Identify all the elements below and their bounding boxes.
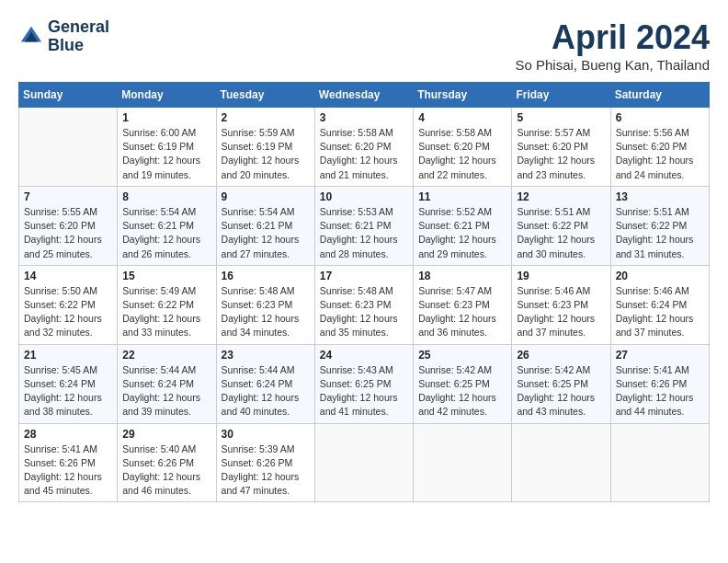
calendar-day-cell [414, 423, 512, 502]
calendar-day-cell: 16Sunrise: 5:48 AM Sunset: 6:23 PM Dayli… [216, 265, 314, 344]
day-number: 4 [418, 111, 506, 124]
day-number: 24 [320, 349, 408, 362]
day-number: 26 [517, 349, 605, 362]
weekday-header-cell: Thursday [414, 83, 512, 108]
weekday-header-cell: Monday [118, 83, 216, 108]
day-info: Sunrise: 5:56 AM Sunset: 6:20 PM Dayligh… [616, 126, 704, 182]
calendar-day-cell: 10Sunrise: 5:53 AM Sunset: 6:21 PM Dayli… [314, 186, 413, 265]
day-number: 2 [222, 111, 310, 124]
day-info: Sunrise: 5:49 AM Sunset: 6:22 PM Dayligh… [122, 284, 210, 340]
calendar-day-cell [19, 108, 118, 187]
day-number: 7 [24, 190, 112, 203]
calendar-day-cell: 24Sunrise: 5:43 AM Sunset: 6:25 PM Dayli… [314, 344, 413, 423]
calendar-day-cell: 18Sunrise: 5:47 AM Sunset: 6:23 PM Dayli… [414, 265, 512, 344]
day-number: 8 [122, 190, 210, 203]
calendar-week-row: 1Sunrise: 6:00 AM Sunset: 6:19 PM Daylig… [19, 108, 710, 187]
day-info: Sunrise: 5:48 AM Sunset: 6:23 PM Dayligh… [222, 284, 310, 340]
calendar-day-cell: 13Sunrise: 5:51 AM Sunset: 6:22 PM Dayli… [610, 186, 709, 265]
calendar-day-cell: 1Sunrise: 6:00 AM Sunset: 6:19 PM Daylig… [118, 108, 216, 187]
month-title: April 2024 [515, 18, 710, 57]
day-number: 15 [122, 270, 210, 282]
calendar-day-cell: 8Sunrise: 5:54 AM Sunset: 6:21 PM Daylig… [118, 186, 216, 265]
day-info: Sunrise: 5:40 AM Sunset: 6:26 PM Dayligh… [122, 442, 210, 499]
day-number: 1 [122, 111, 210, 124]
day-info: Sunrise: 5:42 AM Sunset: 6:25 PM Dayligh… [418, 363, 506, 419]
day-info: Sunrise: 5:57 AM Sunset: 6:20 PM Dayligh… [517, 126, 605, 182]
calendar-day-cell [610, 423, 709, 502]
day-info: Sunrise: 5:51 AM Sunset: 6:22 PM Dayligh… [616, 205, 704, 261]
day-info: Sunrise: 5:46 AM Sunset: 6:23 PM Dayligh… [517, 284, 605, 340]
calendar-body: 1Sunrise: 6:00 AM Sunset: 6:19 PM Daylig… [19, 108, 710, 502]
calendar-day-cell: 4Sunrise: 5:58 AM Sunset: 6:20 PM Daylig… [414, 108, 512, 187]
day-info: Sunrise: 5:39 AM Sunset: 6:26 PM Dayligh… [222, 442, 310, 499]
calendar-day-cell: 2Sunrise: 5:59 AM Sunset: 6:19 PM Daylig… [216, 108, 314, 187]
day-info: Sunrise: 5:45 AM Sunset: 6:24 PM Dayligh… [24, 363, 112, 419]
calendar-week-row: 21Sunrise: 5:45 AM Sunset: 6:24 PM Dayli… [19, 344, 710, 423]
day-number: 5 [517, 111, 605, 124]
day-info: Sunrise: 5:52 AM Sunset: 6:21 PM Dayligh… [418, 205, 506, 261]
calendar-day-cell: 6Sunrise: 5:56 AM Sunset: 6:20 PM Daylig… [610, 108, 709, 187]
day-info: Sunrise: 5:44 AM Sunset: 6:24 PM Dayligh… [122, 363, 210, 419]
calendar-day-cell: 27Sunrise: 5:41 AM Sunset: 6:26 PM Dayli… [610, 344, 709, 423]
calendar-week-row: 28Sunrise: 5:41 AM Sunset: 6:26 PM Dayli… [19, 423, 710, 502]
day-number: 25 [418, 349, 506, 362]
day-info: Sunrise: 5:44 AM Sunset: 6:24 PM Dayligh… [222, 363, 310, 419]
calendar-day-cell: 20Sunrise: 5:46 AM Sunset: 6:24 PM Dayli… [610, 265, 709, 344]
calendar-day-cell: 28Sunrise: 5:41 AM Sunset: 6:26 PM Dayli… [19, 423, 118, 502]
calendar-day-cell: 7Sunrise: 5:55 AM Sunset: 6:20 PM Daylig… [19, 186, 118, 265]
weekday-header-cell: Saturday [610, 83, 709, 108]
day-number: 13 [616, 190, 704, 203]
calendar-day-cell: 17Sunrise: 5:48 AM Sunset: 6:23 PM Dayli… [314, 265, 413, 344]
day-number: 22 [122, 349, 210, 362]
day-info: Sunrise: 5:47 AM Sunset: 6:23 PM Dayligh… [418, 284, 506, 340]
weekday-header-cell: Sunday [19, 83, 118, 108]
weekday-header-cell: Tuesday [216, 83, 314, 108]
weekday-header-cell: Wednesday [314, 83, 413, 108]
day-info: Sunrise: 5:58 AM Sunset: 6:20 PM Dayligh… [418, 126, 506, 182]
day-number: 29 [122, 428, 210, 441]
logo-icon [18, 24, 44, 50]
day-info: Sunrise: 5:55 AM Sunset: 6:20 PM Dayligh… [24, 205, 112, 261]
day-number: 18 [418, 270, 506, 282]
day-number: 28 [24, 428, 112, 441]
calendar-day-cell: 5Sunrise: 5:57 AM Sunset: 6:20 PM Daylig… [512, 108, 610, 187]
calendar-day-cell: 3Sunrise: 5:58 AM Sunset: 6:20 PM Daylig… [314, 108, 413, 187]
calendar-day-cell: 25Sunrise: 5:42 AM Sunset: 6:25 PM Dayli… [414, 344, 512, 423]
calendar-day-cell: 30Sunrise: 5:39 AM Sunset: 6:26 PM Dayli… [216, 423, 314, 502]
location: So Phisai, Bueng Kan, Thailand [515, 57, 710, 73]
day-number: 6 [616, 111, 704, 124]
day-info: Sunrise: 5:59 AM Sunset: 6:19 PM Dayligh… [222, 126, 310, 182]
day-number: 9 [222, 190, 310, 203]
day-info: Sunrise: 5:41 AM Sunset: 6:26 PM Dayligh… [616, 363, 704, 419]
calendar-day-cell: 14Sunrise: 5:50 AM Sunset: 6:22 PM Dayli… [19, 265, 118, 344]
calendar-day-cell: 9Sunrise: 5:54 AM Sunset: 6:21 PM Daylig… [216, 186, 314, 265]
day-number: 14 [24, 270, 112, 282]
calendar-day-cell [314, 423, 413, 502]
calendar-week-row: 7Sunrise: 5:55 AM Sunset: 6:20 PM Daylig… [19, 186, 710, 265]
day-info: Sunrise: 6:00 AM Sunset: 6:19 PM Dayligh… [122, 126, 210, 182]
day-info: Sunrise: 5:53 AM Sunset: 6:21 PM Dayligh… [320, 205, 408, 261]
logo: General Blue [18, 18, 109, 55]
day-info: Sunrise: 5:42 AM Sunset: 6:25 PM Dayligh… [517, 363, 605, 419]
day-number: 16 [222, 270, 310, 282]
calendar-day-cell: 19Sunrise: 5:46 AM Sunset: 6:23 PM Dayli… [512, 265, 610, 344]
day-info: Sunrise: 5:51 AM Sunset: 6:22 PM Dayligh… [517, 205, 605, 261]
calendar-day-cell [512, 423, 610, 502]
day-info: Sunrise: 5:58 AM Sunset: 6:20 PM Dayligh… [320, 126, 408, 182]
day-info: Sunrise: 5:54 AM Sunset: 6:21 PM Dayligh… [222, 205, 310, 261]
day-info: Sunrise: 5:46 AM Sunset: 6:24 PM Dayligh… [616, 284, 704, 340]
calendar-header-row: SundayMondayTuesdayWednesdayThursdayFrid… [19, 83, 710, 108]
day-number: 21 [24, 349, 112, 362]
calendar-day-cell: 29Sunrise: 5:40 AM Sunset: 6:26 PM Dayli… [118, 423, 216, 502]
day-number: 17 [320, 270, 408, 282]
day-number: 23 [222, 349, 310, 362]
day-info: Sunrise: 5:50 AM Sunset: 6:22 PM Dayligh… [24, 284, 112, 340]
day-number: 11 [418, 190, 506, 203]
day-number: 27 [616, 349, 704, 362]
day-number: 10 [320, 190, 408, 203]
calendar-day-cell: 22Sunrise: 5:44 AM Sunset: 6:24 PM Dayli… [118, 344, 216, 423]
weekday-header-cell: Friday [512, 83, 610, 108]
logo-text: General Blue [48, 18, 109, 55]
day-number: 19 [517, 270, 605, 282]
calendar-day-cell: 21Sunrise: 5:45 AM Sunset: 6:24 PM Dayli… [19, 344, 118, 423]
